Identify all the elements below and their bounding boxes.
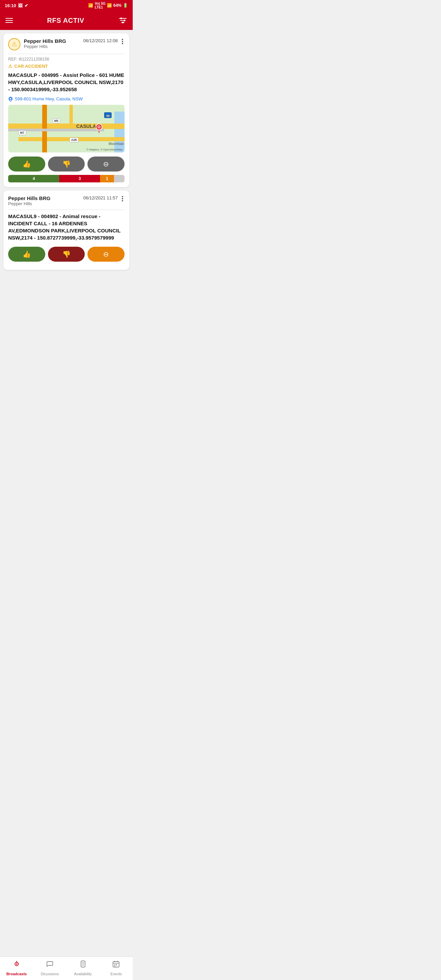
card-2-org-sub: Pepper Hills — [8, 201, 50, 206]
signal-text: Vo) 5GLTE1 — [95, 2, 105, 9]
map-bus-icon: 🚌 — [104, 112, 111, 118]
progress-green: 4 — [8, 175, 59, 182]
progress-red: 3 — [59, 175, 100, 182]
battery-percent: 64% — [113, 3, 121, 8]
check-icon: ✔ — [24, 3, 28, 8]
card-2-body: MACASUL9 - 004902 - Animal rescue - INCI… — [8, 213, 124, 241]
card-1-thumbs-up-button[interactable]: 👍 — [8, 156, 45, 172]
card-1-org-sub: Pepper Hills — [24, 44, 66, 49]
map-copyright: © Mapbox, © OpenStreetMap — [86, 148, 123, 151]
card-1-map[interactable]: M5 M7 A28 CASULA Mooreban 🚌 — [8, 105, 124, 153]
gallery-icon: 🖼 — [18, 3, 22, 8]
main-content: ⚠ Pepper Hills BRG Pepper Hills 06/12/20… — [0, 30, 133, 273]
card-1-org-info: Pepper Hills BRG Pepper Hills — [24, 38, 66, 49]
map-pin — [95, 124, 103, 134]
signal-bars: 📶 — [107, 3, 112, 8]
card-1-actions: 👍 👎 ⊖ — [8, 156, 124, 172]
card-1-minus-button[interactable]: ⊖ — [88, 156, 124, 172]
svg-point-4 — [124, 20, 125, 21]
svg-point-3 — [120, 18, 122, 19]
app-title: RFS ACTIV — [47, 17, 84, 24]
svg-point-6 — [10, 98, 11, 100]
card-2-header: Pepper Hills BRG Pepper Hills 06/12/2021… — [8, 195, 124, 206]
incident-card-1: ⚠ Pepper Hills BRG Pepper Hills 06/12/20… — [3, 33, 129, 187]
card-2-thumbs-up-button[interactable]: 👍 — [8, 247, 45, 262]
battery-icon: 🔋 — [123, 3, 128, 8]
card-1-thumbs-down-button[interactable]: 👎 — [48, 156, 85, 172]
card-2-header-right: 06/12/2021 11:57 — [83, 195, 124, 202]
card-1-progress-bar: 4 3 1 — [8, 175, 124, 182]
card-2-divider — [8, 210, 124, 210]
card-1-location[interactable]: 599-601 Hume Hwy, Casula, NSW — [8, 96, 124, 102]
warning-small-icon: ⚠ — [8, 64, 12, 69]
map-label-casula: CASULA — [76, 124, 96, 129]
menu-button[interactable] — [5, 18, 13, 23]
card-2-org-info: Pepper Hills BRG Pepper Hills — [8, 195, 50, 206]
card-1-divider — [8, 54, 124, 54]
incident-card-2: Pepper Hills BRG Pepper Hills 06/12/2021… — [3, 191, 129, 270]
card-1-more-button[interactable] — [121, 38, 124, 45]
progress-gray — [114, 175, 124, 182]
status-left: 16:10 🖼 ✔ — [5, 3, 28, 8]
app-header: RFS ACTIV — [0, 11, 133, 30]
svg-point-5 — [122, 22, 124, 24]
card-2-actions: 👍 👎 ⊖ — [8, 247, 124, 262]
map-label-m5: M5 — [53, 118, 60, 123]
warning-icon: ⚠ — [8, 38, 21, 50]
card-2-thumbs-down-button[interactable]: 👎 — [48, 247, 85, 262]
wifi-icon: 📶 — [88, 3, 93, 8]
card-1-header-right: 06/12/2021 12:08 — [83, 38, 124, 45]
card-1-date: 06/12/2021 12:08 — [83, 38, 118, 43]
status-time: 16:10 — [5, 3, 16, 8]
filter-button[interactable] — [118, 16, 127, 25]
card-1-org-name: Pepper Hills BRG — [24, 38, 66, 44]
progress-orange: 1 — [100, 175, 114, 182]
status-bar: 16:10 🖼 ✔ 📶 Vo) 5GLTE1 📶 64% 🔋 — [0, 0, 133, 11]
map-label-a28: A28 — [69, 137, 79, 142]
card-1-body: MACASULP - 004995 - Assist Police - 601 … — [8, 72, 124, 93]
status-right: 📶 Vo) 5GLTE1 📶 64% 🔋 — [88, 2, 128, 9]
card-1-ref: REF: I6122211208156 — [8, 57, 124, 62]
card-2-date: 06/12/2021 11:57 — [83, 195, 118, 200]
card-1-header: ⚠ Pepper Hills BRG Pepper Hills 06/12/20… — [8, 38, 124, 50]
card-2-minus-button[interactable]: ⊖ — [88, 247, 124, 262]
card-1-type-label: CAR ACCIDENT — [14, 64, 48, 69]
map-label-m7: M7 — [18, 130, 26, 135]
card-2-more-button[interactable] — [121, 195, 124, 202]
card-1-header-left: ⚠ Pepper Hills BRG Pepper Hills — [8, 38, 66, 50]
map-label-mooreban: Mooreban — [108, 142, 124, 146]
card-1-type: ⚠ CAR ACCIDENT — [8, 64, 124, 69]
card-2-org-name: Pepper Hills BRG — [8, 195, 50, 201]
card-1-location-text: 599-601 Hume Hwy, Casula, NSW — [15, 96, 83, 102]
